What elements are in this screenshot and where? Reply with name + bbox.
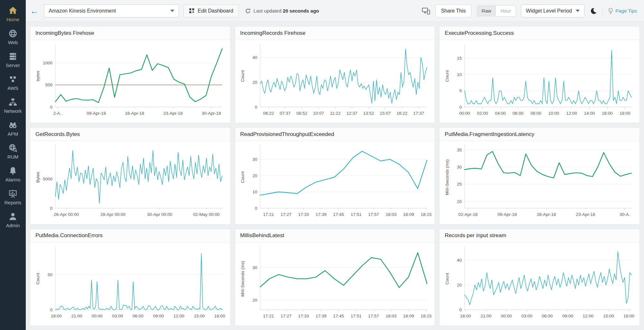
chart-svg: 050Count18:0021:0000:0003:0006:0009:0012… (31, 243, 228, 324)
app-root: Home Web Server AWS Network APM RUM Ala (0, 0, 644, 330)
widget-level-period-select[interactable]: Widget Level Period (521, 5, 584, 17)
svg-text:18:00: 18:00 (51, 314, 62, 318)
top-bar: ← Amazon Kinesis Environment Edit Dashbo… (26, 0, 644, 22)
last-updated-prefix: Last updated (253, 8, 281, 14)
sidebar-item-label: APM (8, 131, 18, 137)
svg-text:Milli-Seconds (ms): Milli-Seconds (ms) (445, 160, 450, 195)
toggle-option-hour[interactable]: Hour (496, 5, 516, 16)
line-chart[interactable]: 02040Count06:2207:3708:5210:0711:2212:37… (235, 40, 435, 123)
svg-text:17:33: 17:33 (298, 314, 309, 318)
chart-card: MillisBehindLatest 2030Milli-Seconds (ms… (235, 229, 435, 326)
svg-text:16-Apr-18: 16-Apr-18 (537, 212, 556, 217)
page-tips-button[interactable]: Page Tips (608, 7, 637, 15)
svg-text:0: 0 (255, 105, 257, 110)
chart-card: ExecuteProcessing.Success 051015Count00:… (439, 26, 640, 123)
sidebar-item-alarms[interactable]: Alarms (0, 163, 26, 186)
sidebar-item-home[interactable]: Home (0, 3, 26, 25)
sidebar-item-rum[interactable]: RUM (0, 140, 26, 163)
svg-text:18:03: 18:03 (385, 314, 396, 318)
sidebar-item-label: AWS (7, 85, 18, 91)
edit-dashboard-button[interactable]: Edit Dashboard (184, 5, 239, 17)
svg-text:20: 20 (457, 283, 462, 287)
svg-text:Bytes: Bytes (35, 172, 40, 183)
svg-text:17:33: 17:33 (298, 212, 309, 217)
chart-svg: 02040Count06:2207:3708:5210:0711:2212:37… (236, 41, 433, 121)
svg-text:09-Apr-18: 09-Apr-18 (87, 111, 106, 116)
svg-text:0: 0 (50, 307, 52, 312)
dark-mode-toggle[interactable] (590, 7, 597, 15)
sidebar-item-server[interactable]: Server (0, 48, 26, 71)
svg-text:40: 40 (457, 258, 462, 263)
svg-text:20: 20 (252, 80, 257, 85)
line-chart[interactable]: 05000Bytes26-Apr 00:0028-Apr 00:0030-Apr… (30, 141, 230, 224)
sidebar-item-apm[interactable]: APM (0, 117, 26, 140)
dashboard-select-value: Amazon Kinesis Environment (49, 8, 116, 14)
chart-svg: 0102030Count17:2117:2717:3317:3917:4517:… (236, 142, 433, 222)
share-this-label: Share This (441, 8, 466, 14)
svg-text:Count: Count (445, 70, 450, 82)
svg-text:0: 0 (459, 307, 462, 312)
sidebar-item-web[interactable]: Web (0, 25, 26, 48)
svg-text:17:21: 17:21 (263, 212, 274, 217)
sidebar-item-aws[interactable]: AWS (0, 71, 26, 94)
line-chart[interactable]: 2030Milli-Seconds (ms)17:2117:2717:3317:… (235, 243, 435, 325)
svg-text:12:00: 12:00 (583, 314, 594, 318)
dashboard-select[interactable]: Amazon Kinesis Environment (44, 5, 179, 17)
toggle-option-raw[interactable]: Raw (478, 6, 496, 16)
chart-title: IncomingRecords Firehose (235, 26, 435, 40)
chart-svg: 05001000bytes2-A..09-Apr-1816-Apr-1823-A… (31, 41, 228, 121)
chart-card: PutMedia.ConnectionErrors 050Count18:002… (30, 229, 231, 326)
svg-text:02-Apr-18: 02-Apr-18 (459, 212, 478, 217)
svg-text:09-Apr-18: 09-Apr-18 (497, 212, 517, 217)
sidebar-item-network[interactable]: Network (0, 94, 26, 117)
refresh-icon[interactable] (245, 8, 251, 14)
svg-text:15:00: 15:00 (194, 314, 205, 318)
svg-text:5: 5 (459, 88, 462, 93)
svg-text:Count: Count (240, 171, 245, 183)
svg-text:0: 0 (50, 206, 52, 211)
sidebar-item-reports[interactable]: Reports (0, 186, 26, 209)
svg-text:30-Apr 00:00: 30-Apr 00:00 (147, 212, 172, 217)
line-chart[interactable]: 050Count18:0021:0000:0003:0006:0009:0012… (30, 243, 230, 325)
chart-card: Records per input stream 02040Count18:00… (439, 229, 640, 326)
svg-text:500: 500 (45, 82, 52, 87)
widget-level-period-label: Widget Level Period (526, 8, 572, 14)
svg-text:17:37: 17:37 (413, 111, 424, 116)
devices-icon[interactable] (422, 7, 430, 15)
svg-text:18:15: 18:15 (421, 314, 431, 318)
line-chart[interactable]: 0102030Count17:2117:2717:3317:3917:4517:… (235, 141, 435, 224)
svg-text:0: 0 (50, 105, 52, 110)
sidebar-item-admin[interactable]: Admin (0, 209, 26, 231)
line-chart[interactable]: 20253035Milli-Seconds (ms)02-Apr-1809-Ap… (440, 141, 639, 224)
chart-card: PutMedia.FragmentIngestionLatency 202530… (439, 127, 640, 224)
network-icon (8, 97, 18, 107)
svg-text:03:00: 03:00 (522, 314, 533, 318)
svg-text:10:00: 10:00 (548, 111, 559, 116)
line-chart[interactable]: 02040Count18:0021:0000:0003:0006:0009:00… (440, 243, 639, 325)
svg-text:15:07: 15:07 (380, 111, 391, 116)
page-tips-label: Page Tips (615, 8, 637, 14)
svg-text:17:57: 17:57 (368, 314, 379, 318)
svg-text:15:00: 15:00 (603, 314, 614, 318)
share-this-button[interactable]: Share This (435, 5, 471, 17)
svg-text:00:00: 00:00 (501, 314, 512, 318)
svg-text:06:00: 06:00 (513, 111, 524, 116)
svg-text:16:22: 16:22 (396, 111, 407, 116)
svg-text:12:00: 12:00 (566, 111, 577, 116)
svg-text:30: 30 (252, 157, 257, 162)
svg-text:11:22: 11:22 (330, 111, 340, 116)
svg-text:30-Apr-18: 30-Apr-18 (202, 111, 221, 116)
last-updated-value: 20 seconds ago (283, 8, 319, 14)
globe-search-icon (8, 143, 18, 153)
svg-text:23-Apr-18: 23-Apr-18 (576, 212, 595, 217)
chart-title: MillisBehindLatest (235, 229, 435, 243)
svg-text:26-Apr 00:00: 26-Apr 00:00 (54, 212, 79, 217)
svg-text:18:00: 18:00 (214, 314, 225, 318)
line-chart[interactable]: 05001000bytes2-A..09-Apr-1816-Apr-1823-A… (30, 40, 230, 123)
back-arrow-icon[interactable]: ← (30, 7, 39, 15)
svg-text:0: 0 (459, 105, 462, 110)
svg-text:Count: Count (35, 273, 40, 284)
line-chart[interactable]: 051015Count00:0002:0004:0006:0008:0010:0… (440, 40, 639, 123)
binoculars-icon (8, 120, 18, 130)
svg-text:06:00: 06:00 (133, 314, 144, 318)
